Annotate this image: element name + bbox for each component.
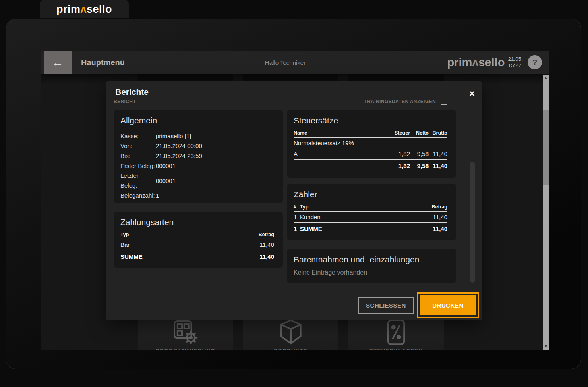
panel-allgemein: Allgemein Kasse:primasello [1] Von:21.05… — [114, 110, 283, 203]
berichte-dialog: Berichte ✕ BERICHT TRAININGSDATEN ANZEIG… — [106, 81, 482, 320]
menu-tile-sliver — [348, 74, 444, 82]
table-row: Bar 11,40 — [120, 239, 274, 250]
column-header: Netto — [410, 130, 429, 138]
page-scrollbar[interactable] — [543, 75, 549, 350]
trainingsdaten-label: TRAININGSDATEN ANZEIGEN — [364, 100, 436, 104]
dialog-body: BERICHT TRAININGSDATEN ANZEIGEN Allgemei… — [106, 100, 482, 290]
table-group-row: Normalsteuersatz 19% — [294, 138, 447, 149]
trainingsdaten-checkbox[interactable] — [441, 100, 447, 105]
brand-logo: primʌsello — [56, 3, 112, 15]
column-header: Betrag — [386, 204, 447, 212]
header-logo: primʌsello — [447, 56, 505, 69]
date-text: 21.05. — [508, 56, 523, 62]
panel-title: Barentnahmen und -einzahlungen — [294, 255, 447, 264]
close-icon[interactable]: ✕ — [467, 89, 477, 98]
time-text: 15:27 — [508, 62, 523, 69]
page-scrollbar-thumb[interactable] — [543, 110, 549, 185]
dialog-footer: SCHLIESSEN DRUCKEN — [106, 290, 482, 320]
info-row: Bis:21.05.2024 23:59 — [120, 151, 274, 161]
back-button[interactable]: ← — [44, 51, 72, 74]
info-row: Beleganzahl:1 — [120, 191, 274, 200]
drucken-button-highlight: DRUCKEN — [417, 292, 479, 318]
datetime: 21.05. 15:27 — [508, 56, 523, 69]
panel-title: Allgemein — [120, 116, 274, 125]
menu-tile-sliver — [138, 74, 233, 82]
modules-gear-icon — [171, 318, 200, 347]
scroll-up-icon[interactable] — [544, 77, 547, 79]
brand-tab: primʌsello — [40, 0, 129, 18]
panel-steuersaetze: Steuersätze Name Steuer Netto Brutto Nor… — [287, 110, 456, 178]
dialog-scrollbar-thumb[interactable] — [470, 162, 475, 283]
empty-state-text: Keine Einträge vorhanden — [294, 269, 447, 276]
table-row: 1 Kunden 11,40 — [294, 212, 447, 223]
back-arrow-icon: ← — [52, 56, 64, 69]
zahlungsarten-table: Typ Betrag Bar 11,40 SUMME 11,40 — [120, 232, 274, 263]
table-row: A 1,82 9,58 11,40 — [294, 148, 447, 160]
panel-barentnahmen: Barentnahmen und -einzahlungen Keine Ein… — [287, 249, 456, 283]
panel-zaehler: Zähler # Typ Betrag 1 Kunden 11,40 — [287, 184, 456, 240]
page-title: Hauptmenü — [81, 58, 125, 67]
column-header: Typ — [120, 232, 210, 239]
column-header: # — [294, 204, 300, 212]
column-header: Betrag — [210, 232, 274, 239]
steuersaetze-table: Name Steuer Netto Brutto Normalsteuersat… — [294, 130, 447, 172]
panel-zahlungsarten: Zahlungsarten Typ Betrag Bar 11,40 — [114, 212, 283, 268]
menu-tile-label: STEUERKLASSEN — [348, 348, 444, 350]
column-header: Typ — [300, 204, 386, 212]
panel-title: Zahlungsarten — [120, 218, 274, 227]
menu-tile-label: PRODUKTE — [243, 348, 338, 350]
header-logo-accent: ʌ — [472, 56, 478, 69]
app-header: ← Hauptmenü Hallo Techniker primʌsello 2… — [41, 51, 549, 74]
dialog-header: Berichte ✕ — [106, 81, 482, 100]
dialog-title: Berichte — [115, 87, 149, 97]
table-total-row: 1,82 9,58 11,40 — [294, 160, 447, 173]
greeting-text: Hallo Techniker — [246, 59, 325, 66]
table-total-row: 1 SUMME 11,40 — [294, 223, 447, 236]
column-header: Brutto — [429, 130, 447, 138]
drucken-button[interactable]: DRUCKEN — [420, 295, 476, 315]
bericht-label: BERICHT — [114, 100, 136, 104]
brand-logo-accent: ʌ — [80, 3, 87, 15]
table-total-row: SUMME 11,40 — [120, 250, 274, 264]
package-icon — [276, 318, 306, 347]
panel-title: Zähler — [294, 190, 447, 199]
schliessen-button[interactable]: SCHLIESSEN — [358, 297, 414, 314]
percent-card-icon — [381, 318, 411, 347]
info-row: Kasse:primasello [1] — [120, 131, 274, 141]
zaehler-table: # Typ Betrag 1 Kunden 11,40 1 — [294, 204, 447, 235]
info-row: Von:21.05.2024 00:00 — [120, 141, 274, 151]
scroll-down-icon[interactable] — [544, 345, 547, 347]
column-header: Steuer — [391, 130, 410, 138]
menu-tile-label: PROGRAMMIERUNG — [138, 348, 233, 350]
help-button[interactable]: ? — [528, 55, 542, 69]
column-header: Name — [294, 130, 391, 138]
info-row: Letzter Beleg:000001 — [120, 171, 274, 191]
menu-tile-sliver — [243, 74, 338, 82]
info-row: Erster Beleg:000001 — [120, 161, 274, 171]
panel-title: Steuersätze — [294, 116, 447, 125]
